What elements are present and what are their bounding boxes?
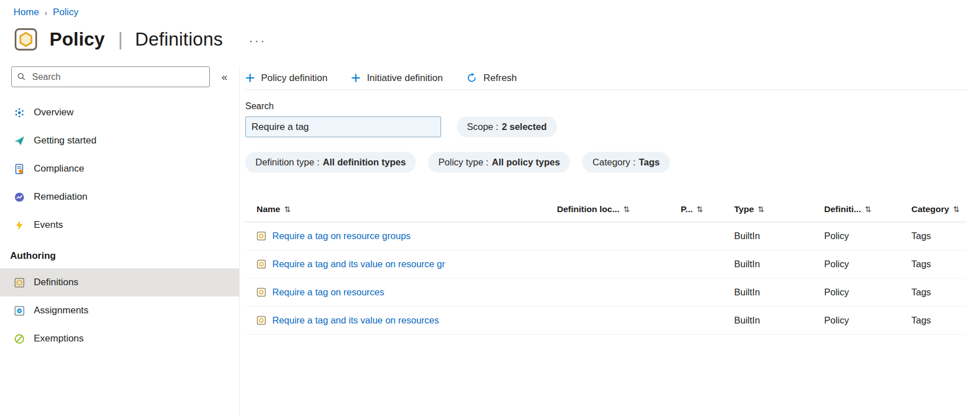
- cell-category: Tags: [900, 287, 966, 298]
- filter-row-secondary: Definition type : All definition types P…: [245, 152, 966, 173]
- sidebar-item-label: Exemptions: [34, 333, 84, 344]
- cell-definition-type: Policy: [813, 231, 900, 241]
- overview-icon: [14, 107, 25, 118]
- sort-icon: ⇅: [284, 205, 291, 214]
- pill-value: All definition types: [323, 157, 406, 168]
- cell-definition-type: Policy: [813, 259, 900, 269]
- definitions-table: Name ⇅ Definition loc... ⇅ P... ⇅ Type ⇅…: [245, 196, 966, 335]
- sidebar-item-definitions[interactable]: Definitions: [0, 268, 239, 296]
- sidebar-item-label: Overview: [34, 107, 74, 118]
- filter-row-primary: Scope : 2 selected: [245, 116, 966, 137]
- sidebar-section-authoring: Authoring: [0, 239, 239, 268]
- pill-value: All policy types: [492, 157, 560, 168]
- table-row: Require a tag on resource groups BuiltIn…: [245, 222, 966, 250]
- sidebar-item-assignments[interactable]: Assignments: [0, 296, 239, 325]
- plus-icon: [351, 73, 361, 83]
- sidebar-item-getting-started[interactable]: Getting started: [0, 127, 239, 155]
- events-icon: [14, 219, 25, 231]
- column-label: P...: [681, 204, 693, 214]
- sidebar-item-exemptions[interactable]: Exemptions: [0, 325, 239, 353]
- refresh-button[interactable]: Refresh: [466, 73, 517, 84]
- cell-definition-type: Policy: [813, 315, 900, 326]
- pill-name: Scope :: [467, 122, 498, 132]
- cell-type: BuiltIn: [723, 287, 813, 298]
- main-panel: Policy definition Initiative definition: [240, 66, 980, 415]
- sidebar-item-label: Definitions: [34, 277, 78, 288]
- page-header: Policy | Definitions ···: [0, 18, 980, 52]
- breadcrumb: Home › Policy: [0, 0, 980, 18]
- sidebar-item-overview[interactable]: Overview: [0, 98, 239, 127]
- sort-icon: ⇅: [953, 205, 960, 214]
- column-header-definition-type[interactable]: Definiti... ⇅: [813, 204, 900, 214]
- sidebar: « Overview: [0, 66, 240, 415]
- cell-name: Require a tag on resource groups: [245, 231, 546, 241]
- column-label: Definiti...: [824, 204, 861, 214]
- policy-icon: [14, 27, 38, 52]
- sidebar-item-label: Remediation: [34, 191, 87, 203]
- cell-name: Require a tag on resources: [245, 287, 546, 298]
- remediation-icon: [14, 191, 25, 203]
- sidebar-search-row: «: [0, 66, 239, 87]
- definition-link[interactable]: Require a tag and its value on resource …: [272, 259, 445, 269]
- sidebar-authoring-nav: Definitions Assignments: [0, 268, 239, 353]
- definitions-search: [245, 116, 441, 137]
- cell-name: Require a tag and its value on resources: [245, 315, 546, 326]
- breadcrumb-link-home[interactable]: Home: [14, 7, 39, 18]
- column-label: Category: [911, 204, 949, 214]
- sidebar-item-remediation[interactable]: Remediation: [0, 183, 239, 211]
- table-row: Require a tag and its value on resource …: [245, 250, 966, 278]
- cell-name: Require a tag and its value on resource …: [245, 259, 546, 269]
- policy-type-filter-pill[interactable]: Policy type : All policy types: [428, 152, 570, 173]
- table-row: Require a tag on resources BuiltIn Polic…: [245, 278, 966, 307]
- breadcrumb-link-policy[interactable]: Policy: [53, 7, 78, 18]
- sidebar-nav: Overview Getting started: [0, 98, 239, 239]
- definition-type-filter-pill[interactable]: Definition type : All definition types: [245, 152, 416, 173]
- table-header-row: Name ⇅ Definition loc... ⇅ P... ⇅ Type ⇅…: [245, 196, 966, 222]
- column-header-definition-location[interactable]: Definition loc... ⇅: [546, 204, 669, 214]
- more-button[interactable]: ···: [249, 32, 266, 47]
- definition-link[interactable]: Require a tag and its value on resources: [272, 315, 439, 326]
- compliance-icon: [14, 163, 25, 174]
- policy-definition-button[interactable]: Policy definition: [245, 73, 327, 84]
- sort-icon: ⇅: [758, 205, 765, 214]
- command-label: Initiative definition: [367, 73, 443, 84]
- command-label: Policy definition: [261, 73, 327, 84]
- sidebar-collapse-button[interactable]: «: [210, 71, 239, 83]
- cell-category: Tags: [900, 231, 966, 241]
- definition-link[interactable]: Require a tag on resource groups: [272, 231, 411, 241]
- command-bar: Policy definition Initiative definition: [245, 66, 966, 90]
- column-header-name[interactable]: Name ⇅: [245, 204, 546, 214]
- sidebar-item-label: Assignments: [34, 305, 88, 316]
- definition-link[interactable]: Require a tag on resources: [272, 287, 384, 298]
- scope-filter-pill[interactable]: Scope : 2 selected: [457, 116, 557, 137]
- column-header-p[interactable]: P... ⇅: [669, 204, 723, 214]
- initiative-definition-button[interactable]: Initiative definition: [351, 73, 443, 84]
- table-row: Require a tag and its value on resources…: [245, 307, 966, 335]
- category-filter-pill[interactable]: Category : Tags: [582, 152, 669, 173]
- pill-name: Definition type :: [255, 157, 320, 168]
- column-label: Definition loc...: [557, 204, 619, 214]
- sidebar-search: [11, 66, 210, 87]
- getting-started-icon: [14, 135, 25, 146]
- policy-definition-icon: [257, 259, 266, 269]
- cell-definition-type: Policy: [813, 287, 900, 298]
- search-icon: [17, 72, 26, 81]
- definitions-icon: [14, 277, 25, 288]
- policy-definition-icon: [257, 316, 266, 325]
- column-header-category[interactable]: Category ⇅: [900, 204, 966, 214]
- cell-category: Tags: [900, 259, 966, 269]
- sidebar-item-compliance[interactable]: Compliance: [0, 155, 239, 183]
- definitions-search-input[interactable]: [245, 116, 441, 137]
- sidebar-item-label: Getting started: [34, 135, 97, 146]
- pill-name: Policy type :: [438, 157, 488, 168]
- column-header-type[interactable]: Type ⇅: [723, 204, 813, 214]
- sort-icon: ⇅: [865, 205, 871, 214]
- pill-value: Tags: [639, 157, 659, 168]
- sort-icon: ⇅: [696, 205, 703, 214]
- policy-definition-icon: [257, 287, 266, 297]
- sidebar-item-events[interactable]: Events: [0, 211, 239, 239]
- sidebar-search-input[interactable]: [11, 66, 210, 87]
- cell-category: Tags: [900, 315, 966, 326]
- assignments-icon: [14, 305, 25, 316]
- cell-type: BuiltIn: [723, 315, 813, 326]
